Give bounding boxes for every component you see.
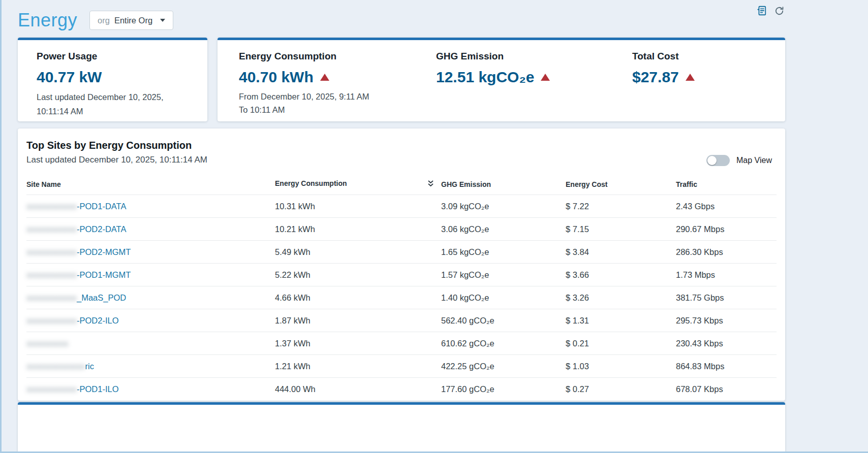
energy-metrics-card: Energy Consumption 40.70 kWh From Decemb… (218, 38, 785, 121)
site-link[interactable]: xxxxxxxxxxxx-POD1-MGMT (26, 270, 131, 279)
redacted-site-prefix: xxxxxxxxxxxxxx (26, 362, 85, 371)
site-name-suffix: -POD1-ILO (77, 384, 119, 394)
ghg-emission-metric: GHG Emission 12.51 kgCO₂e (436, 51, 632, 121)
site-link[interactable]: xxxxxxxxxx (26, 339, 69, 348)
redacted-site-prefix: xxxxxxxxxxxx (26, 316, 77, 325)
site-name-suffix: -POD1-MGMT (77, 270, 131, 279)
org-scope-label: org (98, 16, 110, 25)
top-sites-title: Top Sites by Energy Consumption (26, 140, 777, 151)
power-usage-card: Power Usage 40.77 kW Last updated Decemb… (18, 38, 207, 121)
energy-consumption-cell: 5.49 kWh (275, 241, 441, 264)
site-name-cell: xxxxxxxxxxxx-POD1-ILO (26, 378, 275, 401)
site-link[interactable]: xxxxxxxxxxxx-POD2-DATA (26, 224, 126, 234)
org-scope-value: Entire Org (114, 16, 152, 25)
energy-consumption-from: From December 10, 2025, 9:11 AM (239, 90, 436, 103)
total-cost-title: Total Cost (632, 51, 695, 62)
energy-cost-cell: $ 7.22 (566, 195, 676, 218)
total-cost-metric: Total Cost $27.87 (632, 51, 695, 121)
redacted-site-prefix: xxxxxxxxxxxx (26, 247, 77, 256)
energy-consumption-cell: 1.21 kWh (275, 355, 441, 378)
site-name-suffix: -POD2-DATA (77, 224, 126, 234)
ghg-emission-cell: 3.09 kgCO₂e (441, 195, 566, 218)
redacted-site-prefix: xxxxxxxxxxxx (26, 202, 77, 211)
total-cost-value: $27.87 (632, 69, 679, 86)
table-row: xxxxxxxxxxxxxxric 1.21 kWh 422.25 gCO₂e … (26, 355, 777, 378)
table-row: xxxxxxxxxxxx_MaaS_POD 4.66 kWh 1.40 kgCO… (26, 286, 777, 309)
trend-up-icon (320, 74, 329, 81)
site-name-suffix: -POD1-DATA (77, 202, 126, 211)
energy-consumption-cell: 5.22 kWh (275, 264, 441, 286)
refresh-icon[interactable] (774, 6, 784, 16)
map-view-toggle[interactable] (706, 155, 730, 166)
site-link[interactable]: xxxxxxxxxxxxxxric (26, 362, 94, 371)
site-name-cell: xxxxxxxxxxxx_MaaS_POD (26, 286, 275, 309)
table-row: xxxxxxxxxxxx-POD1-MGMT 5.22 kWh 1.57 kgC… (26, 264, 777, 286)
energy-consumption-cell: 1.37 kWh (275, 332, 441, 355)
table-row: xxxxxxxxxxxx-POD1-ILO 444.00 Wh 177.60 g… (26, 378, 777, 401)
ghg-emission-title: GHG Emission (436, 51, 632, 62)
energy-consumption-metric: Energy Consumption 40.70 kWh From Decemb… (239, 51, 436, 121)
report-icon[interactable] (756, 5, 767, 16)
column-header-energy-consumption[interactable]: Energy Consumption (275, 173, 441, 195)
ghg-emission-cell: 1.57 kgCO₂e (441, 264, 566, 286)
site-name-cell: xxxxxxxxxxxx-POD2-DATA (26, 218, 275, 241)
table-row: xxxxxxxxxxxx-POD2-ILO 1.87 kWh 562.40 gC… (26, 309, 777, 332)
site-link[interactable]: xxxxxxxxxxxx-POD2-ILO (26, 316, 119, 325)
site-name-cell: xxxxxxxxxx (26, 332, 275, 355)
ghg-emission-cell: 422.25 gCO₂e (441, 355, 566, 378)
ghg-emission-cell: 1.40 kgCO₂e (441, 286, 566, 309)
column-header-traffic[interactable]: Traffic (676, 173, 777, 195)
redacted-site-prefix: xxxxxxxxxxxx (26, 224, 77, 234)
org-scope-dropdown[interactable]: org Entire Org (89, 11, 173, 30)
traffic-cell: 230.43 Kbps (676, 332, 777, 355)
redacted-site-prefix: xxxxxxxxxx (26, 339, 69, 348)
energy-consumption-cell: 1.87 kWh (275, 309, 441, 332)
site-name-cell: xxxxxxxxxxxxxxric (26, 355, 275, 378)
ghg-emission-cell: 3.06 kgCO₂e (441, 218, 566, 241)
column-header-energy-cost[interactable]: Energy Cost (566, 173, 676, 195)
energy-cost-cell: $ 3.26 (566, 286, 676, 309)
site-link[interactable]: xxxxxxxxxxxx_MaaS_POD (26, 293, 126, 302)
redacted-site-prefix: xxxxxxxxxxxx (26, 384, 77, 394)
site-name-cell: xxxxxxxxxxxx-POD1-MGMT (26, 264, 275, 286)
energy-cost-cell: $ 3.84 (566, 241, 676, 264)
traffic-cell: 1.73 Mbps (676, 264, 777, 286)
site-name-suffix: ric (85, 362, 94, 371)
page-title: Energy (18, 10, 77, 31)
site-name-cell: xxxxxxxxxxxx-POD1-DATA (26, 195, 275, 218)
column-header-ghg-emission[interactable]: GHG Emission (441, 173, 566, 195)
energy-consumption-title: Energy Consumption (239, 51, 436, 62)
site-name-suffix: -POD2-MGMT (77, 247, 131, 256)
site-link[interactable]: xxxxxxxxxxxx-POD2-MGMT (26, 247, 131, 256)
traffic-cell: 295.73 Kbps (676, 309, 777, 332)
column-header-site-name[interactable]: Site Name (26, 173, 275, 195)
energy-dashboard-page: Energy org Entire Org (18, 0, 785, 453)
trend-up-icon (686, 74, 695, 81)
site-link[interactable]: xxxxxxxxxxxx-POD1-DATA (26, 202, 126, 211)
energy-consumption-cell: 444.00 Wh (275, 378, 441, 401)
energy-cost-cell: $ 1.31 (566, 309, 676, 332)
site-link[interactable]: xxxxxxxxxxxx-POD1-ILO (26, 384, 119, 394)
ghg-emission-cell: 610.62 gCO₂e (441, 332, 566, 355)
toggle-knob (707, 156, 717, 165)
next-section-card (18, 402, 785, 453)
energy-cost-cell: $ 0.21 (566, 332, 676, 355)
traffic-cell: 678.07 Kbps (676, 378, 777, 401)
energy-consumption-cell: 4.66 kWh (275, 286, 441, 309)
topbar: Energy org Entire Org (18, 0, 785, 37)
top-sites-card: Top Sites by Energy Consumption Last upd… (18, 128, 785, 401)
chevron-down-icon (160, 19, 165, 22)
energy-consumption-value: 40.70 kWh (239, 69, 314, 86)
power-usage-title: Power Usage (37, 51, 195, 62)
power-usage-updated: Last updated December 10, 2025, 10:11:14… (37, 90, 195, 118)
energy-cost-cell: $ 1.03 (566, 355, 676, 378)
site-name-cell: xxxxxxxxxxxx-POD2-MGMT (26, 241, 275, 264)
redacted-site-prefix: xxxxxxxxxxxx (26, 293, 77, 302)
sort-descending-icon[interactable] (427, 180, 434, 189)
power-usage-value: 40.77 kW (37, 69, 102, 86)
table-row: xxxxxxxxxxxx-POD2-DATA 10.21 kWh 3.06 kg… (26, 218, 777, 241)
sites-table-header: Site Name Energy Consumption GHG Emissio… (26, 173, 777, 195)
redacted-site-prefix: xxxxxxxxxxxx (26, 270, 77, 279)
energy-consumption-cell: 10.21 kWh (275, 218, 441, 241)
top-sites-updated: Last updated December 10, 2025, 10:11:14… (26, 155, 777, 165)
